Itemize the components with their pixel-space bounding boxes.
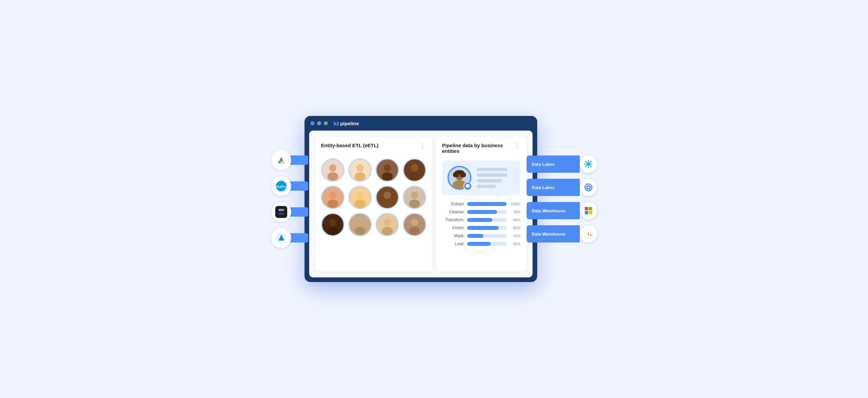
avatar-10 — [348, 213, 372, 236]
profile-line-2 — [477, 173, 508, 177]
right-destinations: Data Lakes Data Lakes — [527, 156, 597, 242]
enrich-pct: 80% — [510, 226, 521, 230]
azure-icon — [271, 228, 291, 248]
svg-point-15 — [329, 192, 336, 199]
progress-cleanse: Cleanse 76% — [442, 210, 521, 214]
progress-load: Load 60% — [442, 241, 521, 246]
svg-text:t: t — [587, 231, 589, 236]
app-logo: k2pipeline — [334, 121, 359, 126]
logo-k2: k2 — [334, 121, 339, 126]
dest-datawarehouse1-label: Data Warehouse — [532, 208, 577, 213]
progress-extract: Extract 100% — [442, 202, 521, 206]
profile-card — [442, 161, 521, 195]
dest-datawarehouse1-bar: Data Warehouse — [527, 202, 580, 219]
avatar-7 — [376, 186, 399, 209]
microsoft-icon — [580, 202, 597, 219]
dest-datawarehouse2-label: Data Warehouse — [532, 232, 577, 236]
svg-text:IBM: IBM — [278, 208, 284, 211]
panel-etl: Entity-based ETL (eETL) ⋮ — [315, 137, 432, 271]
browser-window: k2pipeline Entity-based ETL (eETL) ⋮ — [305, 116, 537, 282]
svg-point-51 — [587, 187, 589, 188]
extract-label: Extract — [442, 202, 464, 206]
profile-line-4 — [477, 185, 496, 188]
svg-point-19 — [384, 192, 391, 199]
salesforce-bar — [290, 181, 308, 191]
svg-point-11 — [384, 164, 391, 172]
dest-datalakes1-bar: Data Lakes — [527, 156, 580, 173]
avatar-11 — [376, 213, 399, 236]
avatar-4 — [403, 159, 426, 182]
svg-point-25 — [356, 219, 364, 226]
svg-point-16 — [327, 199, 338, 208]
dest-datalakes2-label: Data Lakes — [532, 185, 577, 190]
snowflake-icon — [580, 156, 597, 173]
profile-line-1 — [477, 168, 508, 171]
avatar-12 — [403, 213, 426, 236]
load-pct: 60% — [510, 242, 521, 246]
extract-track — [467, 202, 507, 206]
gcloud-icon — [271, 150, 291, 170]
svg-text:salesforce: salesforce — [275, 185, 287, 188]
profile-db-badge — [463, 182, 472, 190]
transform-fill — [467, 218, 492, 222]
load-track — [467, 242, 507, 246]
svg-point-12 — [382, 172, 393, 181]
svg-point-48 — [587, 163, 589, 165]
avatar-grid — [321, 155, 426, 239]
panel-etl-menu[interactable]: ⋮ — [420, 142, 426, 148]
mask-fill — [467, 234, 484, 238]
source-salesforce: salesforce — [271, 176, 308, 196]
svg-point-21 — [411, 192, 418, 199]
progress-enrich: Enrich 80% — [442, 226, 521, 230]
dest-datalakes1: Data Lakes — [527, 156, 597, 173]
titlebar-dot-gray — [317, 121, 321, 125]
svg-point-30 — [409, 227, 420, 235]
panel-pipeline: Pipeline data by business entities ⋮ — [436, 137, 527, 271]
dest-datawarehouse1: Data Warehouse — [527, 202, 597, 219]
svg-rect-54 — [585, 207, 588, 210]
cleanse-fill — [467, 210, 497, 214]
transform-label: Transform — [442, 218, 464, 222]
svg-point-60 — [590, 234, 591, 236]
transform-pct: 64% — [510, 218, 521, 222]
svg-point-26 — [354, 227, 365, 235]
cleanse-label: Cleanse — [442, 210, 464, 214]
dest-datalakes2-bar: Data Lakes — [527, 179, 580, 196]
progress-section: Extract 100% Cleanse 76% T — [442, 202, 521, 246]
svg-point-27 — [384, 219, 391, 226]
panel-pipeline-title: Pipeline data by business entities — [442, 142, 514, 154]
svg-point-20 — [382, 199, 393, 208]
enrich-track — [467, 226, 507, 230]
source-azure — [271, 228, 308, 248]
left-sources: salesforce IBM DB2 — [271, 150, 308, 248]
mask-track — [467, 234, 507, 238]
enrich-label: Enrich — [442, 226, 464, 230]
dest-datalakes1-label: Data Lakes — [532, 162, 577, 167]
avatar-5 — [321, 186, 344, 209]
cleanse-track — [467, 210, 507, 214]
browser-titlebar: k2pipeline — [305, 116, 537, 131]
databricks-icon — [580, 179, 597, 196]
tableau-icon: t — [580, 225, 597, 242]
enrich-fill — [467, 226, 499, 230]
svg-point-13 — [411, 164, 418, 172]
panel-pipeline-header: Pipeline data by business entities ⋮ — [442, 142, 521, 154]
load-label: Load — [442, 241, 464, 246]
svg-text:DB2: DB2 — [278, 212, 284, 215]
mask-label: Mask — [442, 234, 464, 238]
svg-point-18 — [354, 199, 365, 208]
source-gcloud — [271, 150, 308, 170]
cleanse-pct: 76% — [510, 210, 521, 214]
svg-point-28 — [382, 227, 393, 235]
progress-mask: Mask 42% — [442, 234, 521, 238]
logo-pipeline: pipeline — [340, 121, 359, 126]
svg-point-9 — [356, 164, 364, 172]
panel-pipeline-menu[interactable]: ⋮ — [514, 142, 521, 148]
svg-rect-55 — [589, 207, 592, 210]
svg-point-7 — [329, 164, 336, 172]
ibmdb2-icon: IBM DB2 — [271, 202, 291, 222]
progress-transform: Transform 64% — [442, 218, 521, 222]
panel-etl-title: Entity-based ETL (eETL) — [321, 142, 379, 148]
svg-rect-57 — [589, 211, 592, 214]
svg-point-22 — [409, 199, 420, 208]
